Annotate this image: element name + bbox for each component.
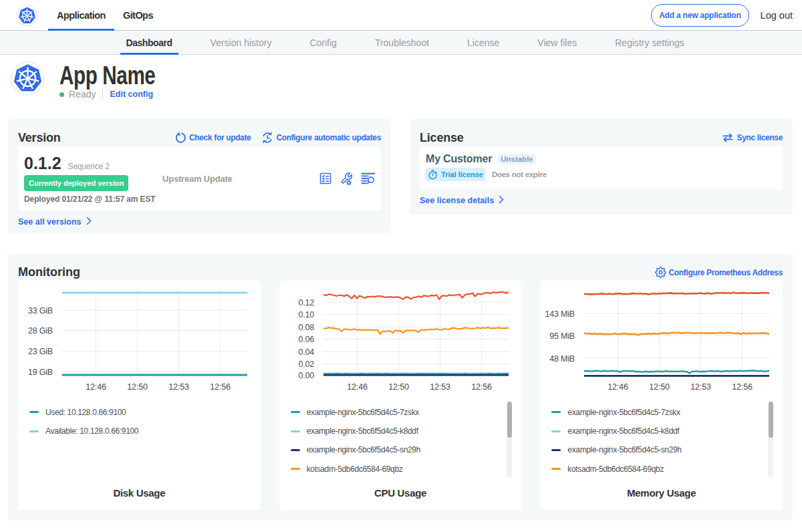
svg-text:48 MiB: 48 MiB [550, 354, 575, 364]
svg-text:12:50: 12:50 [650, 382, 670, 392]
svg-text:95 MiB: 95 MiB [550, 331, 575, 341]
svg-text:0.04: 0.04 [298, 348, 314, 357]
svg-text:12:50: 12:50 [388, 382, 409, 392]
svg-text:12:50: 12:50 [127, 382, 148, 392]
svg-text:143 MiB: 143 MiB [545, 309, 575, 319]
svg-text:12:56: 12:56 [471, 382, 492, 392]
svg-text:33 GiB: 33 GiB [28, 306, 53, 315]
svg-text:12:46: 12:46 [347, 382, 368, 392]
svg-text:12:53: 12:53 [430, 382, 450, 392]
svg-text:12:53: 12:53 [691, 382, 712, 392]
svg-text:12:53: 12:53 [168, 382, 189, 392]
svg-text:12:56: 12:56 [210, 382, 231, 392]
svg-text:0.02: 0.02 [298, 360, 314, 369]
svg-text:23 GiB: 23 GiB [28, 347, 53, 356]
svg-text:12:46: 12:46 [86, 382, 106, 392]
svg-text:0.06: 0.06 [298, 335, 314, 344]
svg-text:0.10: 0.10 [298, 310, 314, 319]
svg-text:0.12: 0.12 [298, 298, 314, 307]
svg-text:12:56: 12:56 [732, 382, 753, 392]
svg-text:19 GiB: 19 GiB [28, 368, 53, 377]
svg-text:28 GiB: 28 GiB [28, 326, 53, 336]
svg-text:12:46: 12:46 [608, 382, 629, 392]
svg-text:0.08: 0.08 [298, 323, 314, 332]
svg-text:0.00: 0.00 [298, 371, 314, 380]
